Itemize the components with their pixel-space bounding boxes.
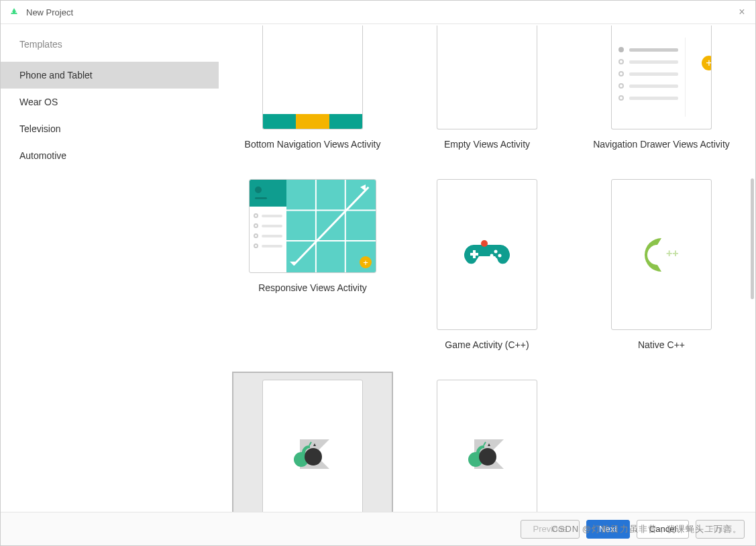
svg-point-15 <box>481 240 488 247</box>
button-label: Cancel <box>649 524 676 534</box>
svg-point-11 <box>494 250 498 253</box>
template-label: Navigation Drawer Views Activity <box>593 139 730 150</box>
sidebar-item-automotive[interactable]: Automotive <box>1 142 219 169</box>
template-thumbnail: + <box>249 179 376 273</box>
template-bottom-navigation[interactable]: Bottom Navigation Views Activity <box>232 24 393 158</box>
templates-grid: Bottom Navigation Views Activity Empty V… <box>232 24 742 512</box>
svg-text:++: ++ <box>666 248 679 259</box>
scrollbar[interactable] <box>751 178 754 299</box>
android-studio-logo-icon <box>9 6 19 19</box>
template-empty-views[interactable]: Empty Views Activity <box>407 24 568 158</box>
svg-point-14 <box>490 254 494 257</box>
sidebar-item-television[interactable]: Television <box>1 115 219 142</box>
svg-rect-10 <box>470 253 478 256</box>
svg-point-22 <box>479 448 496 466</box>
sidebar-item-label: Wear OS <box>19 97 58 107</box>
template-navigation-drawer[interactable]: + Navigation Drawer Views Activity <box>581 24 742 158</box>
cpp-icon: ++ <box>631 231 692 278</box>
svg-point-12 <box>498 254 502 257</box>
template-thumbnail <box>437 380 537 512</box>
footer: Previous Next Cancel Finish <box>1 512 755 545</box>
template-thumbnail: ++ <box>611 179 712 330</box>
svg-line-6 <box>294 187 369 265</box>
template-kotlin-multiplatform-app[interactable]: Kotlin Multiplatform App <box>232 372 393 512</box>
cancel-button[interactable]: Cancel <box>637 520 689 539</box>
template-thumbnail <box>262 25 363 129</box>
template-label: Bottom Navigation Views Activity <box>245 139 381 150</box>
template-thumbnail <box>437 25 537 129</box>
template-thumbnail: + <box>611 25 712 129</box>
titlebar: New Project × <box>1 1 755 24</box>
sidebar-item-label: Automotive <box>19 150 66 161</box>
template-label: Native C++ <box>638 339 685 350</box>
fab-icon: + <box>702 56 712 70</box>
window-title: New Project <box>26 7 737 17</box>
sidebar-header: Templates <box>1 24 219 62</box>
kmp-logo-icon <box>465 437 509 474</box>
template-thumbnail <box>262 380 363 512</box>
sidebar-item-wear-os[interactable]: Wear OS <box>1 89 219 115</box>
svg-point-0 <box>11 11 13 13</box>
sidebar-item-label: Phone and Tablet <box>19 70 93 80</box>
sidebar-item-phone-and-tablet[interactable]: Phone and Tablet <box>1 62 219 89</box>
svg-marker-7 <box>360 184 366 191</box>
svg-point-1 <box>15 11 17 13</box>
new-project-window: New Project × Templates Phone and Tablet… <box>0 0 756 546</box>
template-game-activity[interactable]: Game Activity (C++) <box>407 171 568 358</box>
gamepad-icon <box>464 238 510 272</box>
template-label: Game Activity (C++) <box>445 339 529 350</box>
close-icon[interactable]: × <box>737 7 747 17</box>
sidebar: Templates Phone and Tablet Wear OS Telev… <box>1 24 219 512</box>
svg-marker-8 <box>290 262 298 266</box>
template-responsive-views[interactable]: + Responsive Views Activity <box>232 171 393 358</box>
button-label: Next <box>599 524 617 534</box>
template-label: Empty Views Activity <box>444 139 530 150</box>
template-thumbnail <box>437 179 537 330</box>
body: Templates Phone and Tablet Wear OS Telev… <box>1 24 755 512</box>
button-label: Previous <box>533 524 568 534</box>
fab-icon: + <box>360 256 372 268</box>
template-kotlin-multiplatform-library[interactable]: Kotlin Multiplatform Library <box>407 372 568 512</box>
template-native-cpp[interactable]: ++ Native C++ <box>581 171 742 358</box>
svg-point-19 <box>305 448 322 466</box>
previous-button[interactable]: Previous <box>521 520 580 539</box>
finish-button[interactable]: Finish <box>696 520 745 539</box>
svg-point-13 <box>494 258 498 261</box>
template-label: Responsive Views Activity <box>258 282 367 293</box>
button-label: Finish <box>708 524 732 534</box>
templates-pane: Bottom Navigation Views Activity Empty V… <box>219 24 755 512</box>
sidebar-item-label: Television <box>19 123 60 134</box>
next-button[interactable]: Next <box>586 520 630 539</box>
kmp-logo-icon <box>290 437 335 474</box>
